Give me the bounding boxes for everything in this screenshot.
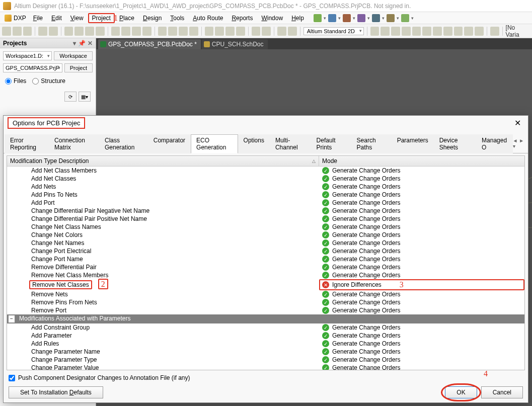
snap-icon[interactable] [372, 14, 380, 22]
deselect-icon[interactable] [225, 27, 235, 36]
tab-scroll-buttons[interactable]: ◄ ► ▾ [513, 134, 527, 153]
modification-grid[interactable]: Modification Type Description△ Mode Add … [7, 155, 525, 370]
menu-edit[interactable]: Edit [47, 13, 66, 23]
menu-reports[interactable]: Reports [227, 13, 257, 23]
dialog-close-icon[interactable]: ✕ [511, 118, 524, 128]
grid-row[interactable]: Remove Net Class Members✓Generate Change… [7, 271, 524, 279]
route-diff-icon[interactable] [381, 27, 390, 36]
menu-window[interactable]: Window [257, 13, 287, 23]
grid-row[interactable]: Remove Pins From Nets✓Generate Change Or… [7, 298, 524, 306]
panel-refresh-icon[interactable]: ⟳ [64, 92, 77, 102]
panel-menu-icon[interactable]: ▾ [73, 40, 76, 47]
dialog-tab-options[interactable]: Options [238, 134, 270, 153]
paste-icon[interactable] [179, 27, 188, 36]
dialog-tab-error-reporting[interactable]: Error Reporting [5, 134, 49, 153]
grid-row[interactable]: Change Port Electrical✓Generate Change O… [7, 247, 524, 255]
arc-icon[interactable] [454, 27, 463, 36]
via-icon[interactable] [402, 27, 411, 36]
filter-icon[interactable] [288, 27, 297, 36]
dialog-tab-search-paths[interactable]: Search Paths [351, 134, 392, 153]
group-row-parameters[interactable]: −Modifications Associated with Parameter… [7, 314, 524, 323]
project-button[interactable]: Project [64, 63, 93, 72]
grid-row[interactable]: Change Differential Pair Negative Net Na… [7, 207, 524, 215]
select-icon[interactable] [205, 27, 214, 36]
zoom-icon[interactable] [387, 14, 395, 22]
compile-icon[interactable] [74, 27, 84, 36]
view-mode-combo[interactable]: Altium Standard 2D [303, 27, 364, 35]
new-icon[interactable] [2, 27, 11, 36]
grid-row[interactable]: Add Rules✓Generate Change Orders [7, 340, 524, 348]
dialog-tab-connection-matrix[interactable]: Connection Matrix [49, 134, 99, 153]
palette-icon[interactable] [314, 14, 322, 22]
menu-view[interactable]: View [66, 13, 88, 23]
units-icon[interactable] [357, 14, 365, 22]
grid-icon[interactable] [343, 14, 351, 22]
grid-row[interactable]: Change Net Names✓Generate Change Orders [7, 239, 524, 247]
dialog-tab-eco-generation[interactable]: ECO Generation [191, 134, 238, 153]
cross-icon[interactable] [236, 27, 245, 36]
copy-icon[interactable] [168, 27, 177, 36]
zoom-fit-icon[interactable] [111, 27, 120, 36]
panel-close-icon[interactable]: ✕ [88, 40, 93, 47]
line-icon[interactable] [443, 27, 452, 36]
cut-icon[interactable] [158, 27, 167, 36]
preview-icon[interactable] [49, 27, 58, 36]
tab-sch[interactable]: CPU_SCH.SchDoc [202, 39, 268, 49]
menu-project[interactable]: Project [88, 13, 115, 23]
dialog-tab-class-generation[interactable]: Class Generation [99, 134, 148, 153]
view-icon[interactable] [401, 14, 409, 22]
workspace-button[interactable]: Workspace [54, 51, 93, 60]
grid-row[interactable]: Change Net Colors✓Generate Change Orders [7, 231, 524, 239]
pad-icon[interactable] [412, 27, 421, 36]
save-icon[interactable] [23, 27, 32, 36]
layer-icon[interactable] [328, 14, 336, 22]
menu-file[interactable]: FFileile [29, 13, 47, 23]
3d-icon[interactable] [490, 27, 499, 36]
route-icon[interactable] [370, 27, 379, 36]
cancel-button[interactable]: Cancel [481, 386, 523, 398]
push-designator-checkbox[interactable]: Push Component Designator Changes to Ann… [9, 374, 523, 381]
grid-row[interactable]: Remove Net Classes2✕Ignore Differences3 [7, 279, 524, 290]
menu-design[interactable]: Design [139, 13, 166, 23]
workspace-combo[interactable]: Workspace1.D: [3, 51, 52, 60]
open-icon[interactable] [13, 27, 22, 36]
col-description[interactable]: Modification Type Description△ [7, 156, 319, 166]
files-radio[interactable]: Files [5, 77, 26, 85]
zoom-area-icon[interactable] [121, 27, 130, 36]
set-defaults-button[interactable]: Set To Installation Defaults [9, 386, 103, 398]
move-icon[interactable] [215, 27, 224, 36]
grid-row[interactable]: Change Net Class Names✓Generate Change O… [7, 223, 524, 231]
zoom-sel-icon[interactable] [132, 27, 141, 36]
docs-icon[interactable] [85, 27, 94, 36]
grid-row[interactable]: Remove Nets✓Generate Change Orders [7, 290, 524, 298]
grid-row[interactable]: Add Pins To Nets✓Generate Change Orders [7, 191, 524, 199]
route-multi-icon[interactable] [391, 27, 400, 36]
menu-place[interactable]: Place [115, 13, 138, 23]
dialog-tab-parameters[interactable]: Parameters [392, 134, 434, 153]
paste-special-icon[interactable] [189, 27, 198, 36]
dialog-tab-default-prints[interactable]: Default Prints [311, 134, 351, 153]
grid-row[interactable]: Change Parameter Value✓Generate Change O… [7, 364, 524, 370]
grid-row[interactable]: Change Parameter Name✓Generate Change Or… [7, 348, 524, 356]
menu-autoroute[interactable]: Auto Route [189, 13, 227, 23]
project-icon[interactable] [64, 27, 73, 36]
dialog-tab-comparator[interactable]: Comparator [148, 134, 191, 153]
col-mode[interactable]: Mode [319, 156, 524, 166]
dialog-tab-device-sheets[interactable]: Device Sheets [434, 134, 476, 153]
dialog-tab-managed-o[interactable]: Managed O [476, 134, 513, 153]
panel-pin-icon[interactable]: 📌 [78, 40, 86, 47]
grid-row[interactable]: Add Nets✓Generate Change Orders [7, 183, 524, 191]
poly-icon[interactable] [422, 27, 431, 36]
grid-row[interactable]: Remove Differential Pair✓Generate Change… [7, 263, 524, 271]
grid-row[interactable]: Remove Port✓Generate Change Orders [7, 306, 524, 314]
menu-dxp[interactable]: DXP [2, 15, 29, 22]
grid-row[interactable]: Add Port✓Generate Change Orders [7, 199, 524, 207]
print-icon[interactable] [38, 27, 47, 36]
grid-row[interactable]: Change Port Name✓Generate Change Orders [7, 255, 524, 263]
redo-icon[interactable] [262, 27, 271, 36]
text-icon[interactable] [464, 27, 473, 36]
grid-row[interactable]: Change Differential Pair Positive Net Na… [7, 215, 524, 223]
tab-pcb[interactable]: GPS_COMPASS_PCB.PcbDoc * [98, 39, 201, 49]
menu-tools[interactable]: Tools [166, 13, 188, 23]
undo-icon[interactable] [252, 27, 261, 36]
